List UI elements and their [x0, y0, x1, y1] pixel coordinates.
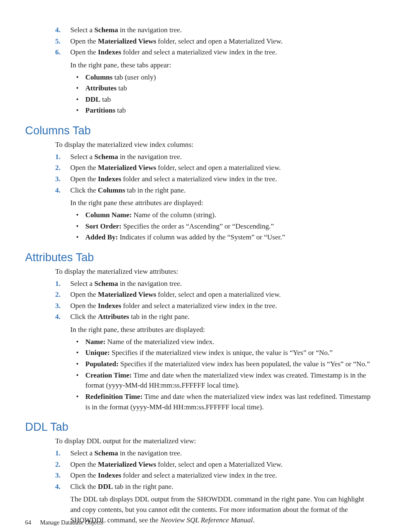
bullet-list: •Name: Name of the materialized view ind…	[70, 337, 374, 412]
bullet-icon: •	[76, 392, 85, 412]
section-intro: To display the materialized view attribu…	[55, 267, 374, 277]
section-body: To display DDL output for the materializ…	[55, 436, 374, 525]
bullet-text: Partitions tab	[85, 105, 374, 116]
list-item: 1.Select a Schema in the navigation tree…	[55, 448, 374, 459]
bullet-text: Sort Order: Specifies the order as “Asce…	[85, 221, 374, 232]
list-item: 2.Open the Materialized Views folder, se…	[55, 163, 374, 173]
step-text: Click the Columns tab in the right pane.	[70, 185, 374, 196]
bullet-text: DDL tab	[85, 95, 374, 105]
step-text: Open the Materialized Views folder, sele…	[70, 36, 374, 47]
step-text: Open the Indexes folder and select a mat…	[70, 301, 374, 311]
list-item: •Columns tab (user only)	[76, 72, 374, 83]
step-text: Open the Indexes folder and select a mat…	[70, 470, 374, 481]
bullet-text: Name: Name of the materialized view inde…	[85, 337, 374, 347]
step-text: Open the Materialized Views folder, sele…	[70, 163, 374, 173]
section-after-text: In the right pane, these attributes are …	[70, 325, 374, 335]
step-number: 5.	[55, 36, 70, 47]
list-item: 2.Open the Materialized Views folder, se…	[55, 460, 374, 470]
page-footer: 64 Manage Database Objects	[25, 519, 103, 526]
bullet-list: •Column Name: Name of the column (string…	[70, 210, 374, 243]
step-text: Click the DDL tab in the right pane.	[70, 482, 374, 492]
bullet-icon: •	[76, 337, 85, 347]
step-number: 4.	[55, 312, 70, 322]
list-item: •Added By: Indicates if column was added…	[76, 232, 374, 243]
bullet-icon: •	[76, 348, 85, 358]
step-number: 1.	[55, 152, 70, 162]
list-item: 3.Open the Indexes folder and select a m…	[55, 174, 374, 185]
list-item: •Creation Time: Time and date when the m…	[76, 370, 374, 391]
list-item: •Name: Name of the materialized view ind…	[76, 337, 374, 347]
step-text: Open the Materialized Views folder, sele…	[70, 290, 374, 300]
step-text: Select a Schema in the navigation tree.	[70, 448, 374, 459]
numbered-list: 1.Select a Schema in the navigation tree…	[55, 152, 374, 196]
list-item: 5.Open the Materialized Views folder, se…	[55, 36, 374, 47]
page: 4.Select a Schema in the navigation tree…	[0, 0, 399, 532]
bullet-icon: •	[76, 72, 85, 83]
section-intro: To display the materialized view index c…	[55, 140, 374, 150]
section-after-text: The DDL tab displays DDL output from the…	[70, 494, 374, 525]
list-item: •Redefinition Time: Time and date when t…	[76, 392, 374, 412]
top-after-text: In the right pane, these tabs appear:	[70, 60, 374, 71]
section-heading: Columns Tab	[25, 124, 374, 137]
step-number: 1.	[55, 448, 70, 459]
list-item: 4.Click the Attributes tab in the right …	[55, 312, 374, 322]
step-number: 3.	[55, 174, 70, 185]
page-number: 64	[25, 519, 38, 526]
numbered-list: 1.Select a Schema in the navigation tree…	[55, 448, 374, 492]
sections-container: Columns TabTo display the materialized v…	[25, 124, 374, 525]
list-item: 3.Open the Indexes folder and select a m…	[55, 301, 374, 311]
list-item: •Populated: Specifies if the materialize…	[76, 359, 374, 370]
list-item: 4.Click the Columns tab in the right pan…	[55, 185, 374, 196]
step-text: Open the Indexes folder and select a mat…	[70, 174, 374, 185]
list-item: 4.Click the DDL tab in the right pane.	[55, 482, 374, 492]
section-after-text: In the right pane these attributes are d…	[70, 198, 374, 208]
bullet-icon: •	[76, 210, 85, 221]
numbered-list: 1.Select a Schema in the navigation tree…	[55, 279, 374, 323]
step-text: Select a Schema in the navigation tree.	[70, 25, 374, 36]
list-item: 1.Select a Schema in the navigation tree…	[55, 279, 374, 289]
bullet-icon: •	[76, 83, 85, 94]
section-body: To display the materialized view attribu…	[55, 267, 374, 412]
section-heading: Attributes Tab	[25, 251, 374, 264]
list-item: •Column Name: Name of the column (string…	[76, 210, 374, 221]
bullet-list: •Columns tab (user only)•Attributes tab•…	[70, 72, 374, 116]
bullet-text: Redefinition Time: Time and date when th…	[85, 392, 374, 412]
bullet-icon: •	[76, 95, 85, 105]
top-steps-block: 4.Select a Schema in the navigation tree…	[55, 25, 374, 116]
list-item: •Unique: Specifies if the materialized v…	[76, 348, 374, 358]
step-text: Click the Attributes tab in the right pa…	[70, 312, 374, 322]
step-number: 6.	[55, 47, 70, 58]
bullet-text: Added By: Indicates if column was added …	[85, 232, 374, 243]
bullet-icon: •	[76, 221, 85, 232]
list-item: 1.Select a Schema in the navigation tree…	[55, 152, 374, 162]
bullet-text: Attributes tab	[85, 83, 374, 94]
list-item: 3.Open the Indexes folder and select a m…	[55, 470, 374, 481]
step-number: 3.	[55, 301, 70, 311]
section-body: To display the materialized view index c…	[55, 140, 374, 243]
step-number: 1.	[55, 279, 70, 289]
bullet-icon: •	[76, 370, 85, 391]
step-number: 4.	[55, 185, 70, 196]
footer-title: Manage Database Objects	[40, 519, 103, 526]
bullet-text: Populated: Specifies if the materialized…	[85, 359, 374, 370]
bullet-text: Columns tab (user only)	[85, 72, 374, 83]
bullet-text: Column Name: Name of the column (string)…	[85, 210, 374, 221]
bullet-text: Creation Time: Time and date when the ma…	[85, 370, 374, 391]
bullet-icon: •	[76, 359, 85, 370]
step-number: 2.	[55, 460, 70, 470]
step-number: 2.	[55, 163, 70, 173]
list-item: •Sort Order: Specifies the order as “Asc…	[76, 221, 374, 232]
step-text: Select a Schema in the navigation tree.	[70, 152, 374, 162]
list-item: •Partitions tab	[76, 105, 374, 116]
list-item: 4.Select a Schema in the navigation tree…	[55, 25, 374, 36]
step-number: 2.	[55, 290, 70, 300]
list-item: 2.Open the Materialized Views folder, se…	[55, 290, 374, 300]
list-item: 6.Open the Indexes folder and select a m…	[55, 47, 374, 58]
bullet-icon: •	[76, 105, 85, 116]
numbered-list: 4.Select a Schema in the navigation tree…	[55, 25, 374, 58]
step-number: 4.	[55, 482, 70, 492]
step-text: Open the Indexes folder and select a mat…	[70, 47, 374, 58]
step-text: Select a Schema in the navigation tree.	[70, 279, 374, 289]
section-heading: DDL Tab	[25, 421, 374, 434]
bullet-icon: •	[76, 232, 85, 243]
